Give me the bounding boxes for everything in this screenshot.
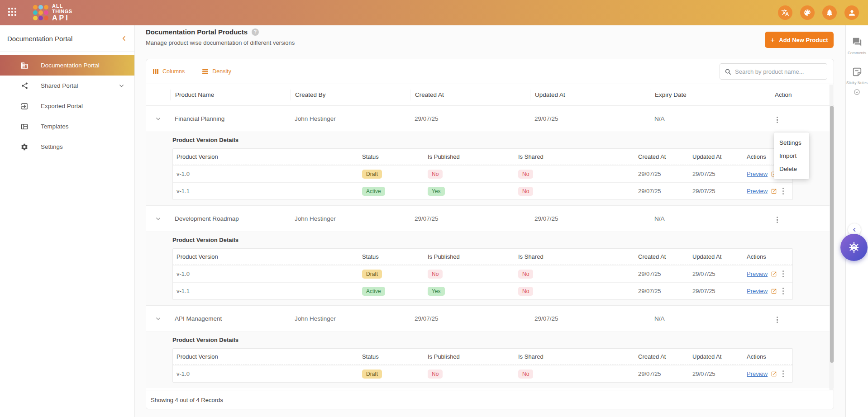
column-header[interactable]: Expiry Date <box>650 90 770 100</box>
is-shared-badge: No <box>518 187 533 196</box>
version-section-title: Product Version Details <box>172 336 793 343</box>
status-badge: Draft <box>362 170 382 179</box>
is-published-badge: No <box>428 270 443 279</box>
external-link-icon[interactable] <box>771 371 777 377</box>
product-version-panel: Product Version Details Product VersionS… <box>146 332 834 388</box>
table-toolbar: Columns Density <box>146 59 834 84</box>
top-header-bar: ALL THINGS API <box>0 0 868 25</box>
version-column-header: Actions <box>743 353 792 360</box>
version-created-at: 29/07/25 <box>634 370 689 377</box>
expand-row-button[interactable] <box>146 116 170 122</box>
context-menu-item-import[interactable]: Import <box>774 149 809 162</box>
created-by: John Hestinger <box>290 215 410 222</box>
status-badge: Draft <box>362 370 382 379</box>
table-scrollbar[interactable] <box>830 85 833 390</box>
preview-link[interactable]: Preview <box>747 270 768 277</box>
sidebar-item-templates[interactable]: Templates <box>0 116 134 137</box>
share-icon <box>20 82 29 90</box>
created-by: John Hestinger <box>290 315 410 322</box>
row-context-menu: Settings Import Delete <box>774 133 809 179</box>
version-actions-kebab-icon[interactable] <box>780 269 786 279</box>
version-subtable: Product VersionStatusIs PublishedIs Shar… <box>172 248 793 300</box>
sidebar-item-shared-portal[interactable]: Shared Portal <box>0 76 134 96</box>
row-actions-kebab-icon[interactable] <box>774 215 780 225</box>
sticky-notes-button[interactable]: Sticky Notes <box>846 67 868 85</box>
chevron-down-icon <box>155 216 161 222</box>
row-actions-kebab-icon[interactable] <box>774 315 780 325</box>
brand-logo: ALL THINGS API <box>33 4 72 22</box>
building-icon <box>20 62 29 70</box>
product-version-panel: Product Version Details Product VersionS… <box>146 232 834 305</box>
updated-at: 29/07/25 <box>530 315 650 322</box>
expand-row-button[interactable] <box>146 216 170 222</box>
version-column-header: Updated At <box>689 153 743 160</box>
logo-text-line2: THINGS <box>52 9 72 14</box>
apps-grid-icon[interactable] <box>8 8 17 18</box>
comments-button[interactable]: Comments <box>848 37 866 55</box>
version-actions-kebab-icon[interactable] <box>780 286 786 296</box>
expiry-date: N/A <box>650 215 770 222</box>
gear-icon <box>20 143 29 151</box>
density-button[interactable]: Density <box>202 68 231 75</box>
context-menu-item-settings[interactable]: Settings <box>774 136 809 149</box>
column-header[interactable]: Created At <box>410 90 530 100</box>
version-column-header: Is Published <box>424 153 515 160</box>
table-viewport: Product Name Created By Created At Updat… <box>146 84 834 390</box>
sidebar-collapse-icon[interactable] <box>121 35 127 42</box>
version-column-header: Created At <box>634 253 689 260</box>
external-link-icon[interactable] <box>771 188 777 194</box>
search-icon <box>725 68 731 75</box>
version-name: v-1.0 <box>173 370 358 377</box>
product-version-panel: Product Version Details Product VersionS… <box>146 132 834 205</box>
preview-link[interactable]: Preview <box>747 370 768 377</box>
external-link-icon[interactable] <box>771 271 777 277</box>
created-at: 29/07/25 <box>410 115 530 122</box>
columns-button[interactable]: Columns <box>153 68 185 75</box>
preview-link[interactable]: Preview <box>747 171 768 177</box>
rail-chevron-down-icon[interactable] <box>854 89 860 97</box>
profile-icon[interactable] <box>844 5 859 20</box>
preview-link[interactable]: Preview <box>747 188 768 194</box>
version-actions-kebab-icon[interactable] <box>780 186 786 196</box>
is-shared-badge: No <box>518 170 533 179</box>
chevron-down-icon <box>155 316 161 322</box>
plus-icon: + <box>770 36 775 44</box>
column-header[interactable]: Action <box>770 90 834 100</box>
add-new-product-button[interactable]: + Add New Product <box>765 32 834 48</box>
expiry-date: N/A <box>650 115 770 122</box>
help-icon[interactable]: ? <box>252 28 259 36</box>
comments-label: Comments <box>848 51 866 55</box>
column-header[interactable]: Product Name <box>170 90 290 100</box>
scrollbar-thumb[interactable] <box>830 106 834 363</box>
translate-icon[interactable] <box>778 5 792 20</box>
external-link-icon[interactable] <box>771 288 777 294</box>
row-actions-kebab-icon[interactable] <box>774 115 780 125</box>
version-actions-kebab-icon[interactable] <box>780 369 786 379</box>
is-published-badge: Yes <box>428 287 445 296</box>
version-column-header: Updated At <box>689 253 743 260</box>
theme-palette-icon[interactable] <box>800 5 815 20</box>
version-header-row: Product VersionStatusIs PublishedIs Shar… <box>173 349 792 365</box>
expand-row-button[interactable] <box>146 316 170 322</box>
product-name: Financial Planning <box>170 115 290 122</box>
sidebar-item-exported-portal[interactable]: Exported Portal <box>0 96 134 116</box>
records-count-text: Showing 4 out of 4 Records <box>151 397 223 403</box>
version-column-header: Product Version <box>173 353 358 360</box>
search-input[interactable] <box>735 68 822 75</box>
is-shared-badge: No <box>518 287 533 296</box>
sidebar-item-settings[interactable]: Settings <box>0 137 134 157</box>
preview-link[interactable]: Preview <box>747 288 768 294</box>
product-row: Financial Planning John Hestinger 29/07/… <box>146 105 834 132</box>
left-sidebar: Documentation Portal Documentation Porta… <box>0 25 135 417</box>
notifications-bell-icon[interactable] <box>822 5 837 20</box>
column-header[interactable]: Created By <box>290 90 410 100</box>
sidebar-item-label: Shared Portal <box>41 82 78 89</box>
created-at: 29/07/25 <box>410 315 530 322</box>
version-column-header: Product Version <box>173 253 358 260</box>
column-header[interactable]: Updated At <box>530 90 650 100</box>
sidebar-item-documentation-portal[interactable]: Documentation Portal <box>0 55 134 76</box>
bug-report-floating-button[interactable] <box>840 234 868 261</box>
version-name: v-1.1 <box>173 288 358 294</box>
context-menu-item-delete[interactable]: Delete <box>774 162 809 175</box>
logo-dots-icon <box>33 5 49 21</box>
